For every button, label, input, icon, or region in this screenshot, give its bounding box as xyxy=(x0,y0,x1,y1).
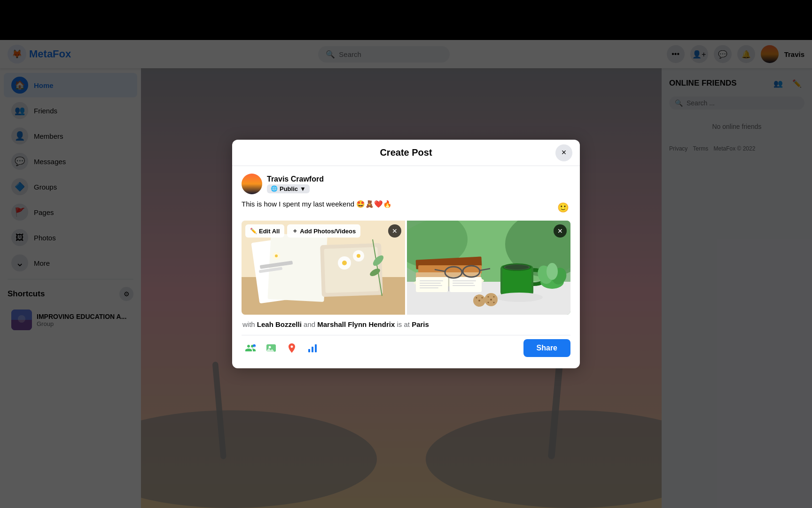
svg-point-57 xyxy=(493,302,495,303)
post-text-content[interactable]: This is how I spent my last weekend 🤩🧸❤️… xyxy=(242,200,555,208)
post-user-row: Travis Crawford 🌐 Public ▼ xyxy=(242,174,570,194)
edit-all-button[interactable]: ✏️ Edit All xyxy=(245,224,284,238)
tag-location[interactable]: Paris xyxy=(412,320,429,328)
post-user-name: Travis Crawford xyxy=(267,175,324,183)
modal-body: Travis Crawford 🌐 Public ▼ This is how I… xyxy=(232,166,580,368)
photo-icon xyxy=(265,342,277,354)
emoji-icon: 🙂 xyxy=(557,202,569,213)
svg-rect-75 xyxy=(308,349,310,352)
svg-rect-43 xyxy=(453,280,476,281)
modal-close-button[interactable]: × xyxy=(555,144,572,161)
svg-rect-41 xyxy=(420,285,442,286)
svg-rect-77 xyxy=(315,344,317,352)
post-user-avatar xyxy=(242,174,262,194)
svg-rect-42 xyxy=(420,287,438,288)
globe-icon: 🌐 xyxy=(271,185,278,192)
svg-point-53 xyxy=(490,299,492,301)
modal-header: Create Post × xyxy=(232,140,580,166)
svg-rect-45 xyxy=(453,285,475,286)
edit-all-label: Edit All xyxy=(259,228,280,235)
svg-text:+: + xyxy=(254,345,255,348)
svg-point-51 xyxy=(496,293,543,302)
svg-point-55 xyxy=(493,296,495,298)
modal-backdrop[interactable]: Create Post × Travis Crawford 🌐 xyxy=(0,0,812,508)
svg-point-19 xyxy=(357,254,360,258)
edit-icon: ✏️ xyxy=(250,228,257,234)
photo-video-button[interactable] xyxy=(262,339,280,357)
action-icons: + xyxy=(242,339,321,357)
modal-title: Create Post xyxy=(380,147,432,158)
activity-button[interactable] xyxy=(304,339,321,357)
svg-point-60 xyxy=(476,297,477,299)
chevron-down-icon: ▼ xyxy=(300,185,306,192)
close-icon: × xyxy=(562,148,567,158)
photo-grid: ✏️ Edit All ＋ Add Photos/Videos ✕ xyxy=(242,221,570,315)
photo2-remove-button[interactable]: ✕ xyxy=(554,224,567,238)
svg-line-64 xyxy=(462,272,463,272)
photo-item-2: ✕ xyxy=(407,221,570,315)
svg-point-26 xyxy=(275,254,278,257)
tag-person1[interactable]: Leah Bozzelli xyxy=(257,320,302,328)
svg-point-50 xyxy=(505,265,529,270)
share-button[interactable]: Share xyxy=(523,339,570,357)
photo2-close-icon: ✕ xyxy=(557,227,563,235)
emoji-button[interactable]: 🙂 xyxy=(555,200,570,215)
svg-rect-76 xyxy=(312,347,313,352)
svg-point-54 xyxy=(488,296,489,298)
svg-rect-40 xyxy=(420,283,441,284)
photo2-svg xyxy=(407,221,570,315)
location-icon xyxy=(286,342,297,354)
plus-icon: ＋ xyxy=(292,227,298,235)
activity-icon xyxy=(307,342,318,354)
svg-rect-39 xyxy=(420,280,443,281)
photo-overlay-buttons: ✏️ Edit All ＋ Add Photos/Videos xyxy=(245,224,360,238)
tag-location-prefix: is at xyxy=(395,320,412,328)
photo1-close-icon: ✕ xyxy=(392,227,398,235)
post-privacy-selector[interactable]: 🌐 Public ▼ xyxy=(267,184,310,193)
photo1-remove-button[interactable]: ✕ xyxy=(388,224,401,238)
tag-prefix: with xyxy=(242,320,257,328)
svg-rect-38 xyxy=(450,277,482,292)
svg-rect-47 xyxy=(502,267,531,294)
tag-people-button[interactable]: + xyxy=(242,339,259,357)
svg-point-56 xyxy=(488,302,489,303)
svg-rect-15 xyxy=(324,247,379,293)
post-user-info: Travis Crawford 🌐 Public ▼ xyxy=(267,175,324,193)
svg-point-61 xyxy=(482,297,483,299)
svg-point-17 xyxy=(342,261,347,265)
svg-rect-13 xyxy=(267,233,327,302)
tag-person2[interactable]: Marshall Flynn Hendrix xyxy=(317,320,395,328)
check-in-button[interactable] xyxy=(283,339,301,357)
privacy-label: Public xyxy=(280,185,298,192)
photo-item-1: ✏️ Edit All ＋ Add Photos/Videos ✕ xyxy=(242,221,405,315)
tag-connector: and xyxy=(302,320,317,328)
svg-point-74 xyxy=(269,346,271,349)
post-text-row: This is how I spent my last weekend 🤩🧸❤️… xyxy=(242,200,570,215)
svg-point-70 xyxy=(547,263,558,280)
action-row: + xyxy=(242,335,570,361)
tag-row: with Leah Bozzelli and Marshall Flynn He… xyxy=(242,320,570,328)
add-photos-label: Add Photos/Videos xyxy=(300,228,356,235)
svg-rect-44 xyxy=(453,283,474,284)
add-photos-button[interactable]: ＋ Add Photos/Videos xyxy=(287,224,360,238)
post-avatar-image xyxy=(242,174,262,194)
tag-people-icon: + xyxy=(245,342,256,354)
svg-point-59 xyxy=(478,300,480,302)
svg-rect-37 xyxy=(416,277,448,292)
create-post-modal: Create Post × Travis Crawford 🌐 xyxy=(232,140,580,368)
